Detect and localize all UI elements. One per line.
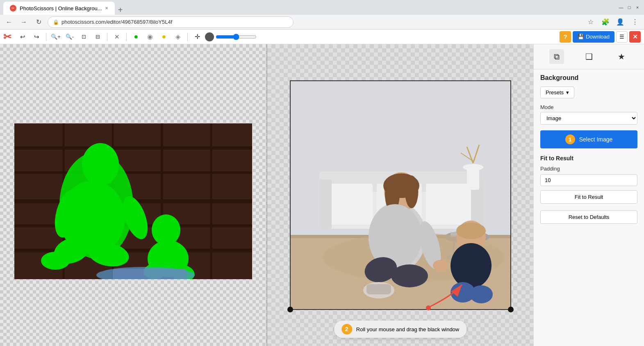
sidebar-tab-layers[interactable]: ❑ [582, 49, 596, 64]
active-tab[interactable]: ✂ PhotoScissors | Online Backgrou... × [3, 2, 115, 15]
tab-bar: ✂ PhotoScissors | Online Backgrou... × + [3, 0, 126, 15]
window-close-button[interactable]: × [634, 4, 641, 11]
sidebar-icon-tabs: ⧉ ❑ ★ [534, 44, 644, 69]
move-button[interactable]: ✛ [191, 31, 203, 43]
lock-icon: 🔒 [53, 19, 59, 25]
browser-icon-row: ☆ 🧩 👤 ⋮ [585, 16, 641, 28]
original-image-container [14, 123, 252, 279]
presets-label: Presets [546, 89, 564, 96]
presets-button[interactable]: Presets [540, 86, 574, 98]
hint-box: 2 Roll your mouse and drag the black win… [334, 321, 467, 338]
help-button[interactable]: ? [560, 31, 571, 43]
minimize-button[interactable]: — [618, 4, 624, 11]
zoom-fit-button[interactable]: ⊡ [77, 31, 90, 43]
tab-favicon: ✂ [10, 5, 16, 11]
svg-rect-29 [328, 184, 373, 225]
refresh-button[interactable]: ↻ [33, 16, 44, 28]
close-app-button[interactable]: ✕ [629, 31, 641, 43]
zoom-in-button[interactable]: 🔍+ [50, 31, 62, 43]
clear-button[interactable]: ✕ [111, 31, 123, 43]
preview-image-container [290, 80, 511, 310]
back-button[interactable]: ← [3, 16, 15, 28]
tab-close-button[interactable]: × [105, 5, 108, 11]
add-green-button[interactable]: ● [130, 31, 142, 43]
fit-to-result-button[interactable]: Fit to Result [540, 190, 637, 204]
tab-title: PhotoScissors | Online Backgrou... [20, 5, 102, 11]
opacity-slider-container [205, 32, 257, 41]
url-text: photoscissors.com/editor/496768597/8iloY… [61, 19, 172, 25]
select-image-button[interactable]: 1 Select Image [540, 130, 637, 148]
svg-point-59 [456, 223, 486, 239]
hint-text: Roll your mouse and drag the black windo… [356, 326, 459, 332]
extension-icon[interactable]: 🧩 [600, 16, 611, 28]
preview-image [291, 81, 510, 309]
svg-rect-31 [426, 184, 471, 225]
padding-label: Padding [540, 166, 637, 172]
main-content: 2 Roll your mouse and drag the black win… [0, 44, 644, 346]
opacity-slider[interactable] [216, 34, 257, 40]
sidebar-tab-star[interactable]: ★ [614, 49, 629, 64]
editor-image-svg [14, 123, 252, 279]
svg-point-50 [405, 175, 418, 208]
address-bar-row: ← → ↻ 🔒 photoscissors.com/editor/4967685… [0, 15, 644, 30]
svg-point-62 [470, 285, 493, 303]
download-button[interactable]: 💾 Download [573, 31, 614, 43]
hint-arrow-svg [421, 278, 470, 311]
svg-point-57 [433, 260, 448, 271]
browser-window: ✂ PhotoScissors | Online Backgrou... × +… [0, 0, 644, 346]
layers-icon: ❑ [585, 52, 593, 61]
drag-handle-bottom-right[interactable] [508, 307, 514, 312]
zoom-out-button[interactable]: 🔍- [64, 31, 76, 43]
mode-select[interactable]: Image Color Transparent Blur [540, 112, 637, 125]
title-bar: ✂ PhotoScissors | Online Backgrou... × +… [0, 0, 644, 15]
menu-button[interactable]: ☰ [616, 31, 628, 43]
right-preview-panel: 2 Roll your mouse and drag the black win… [266, 44, 533, 346]
window-controls: — □ × [618, 4, 641, 11]
circle-tool-button[interactable]: ● [158, 31, 170, 43]
svg-rect-32 [319, 180, 332, 229]
save-icon: 💾 [578, 34, 584, 40]
more-icon[interactable]: ⋮ [629, 16, 641, 28]
top-right-controls: ? 💾 Download ☰ ✕ [560, 31, 641, 43]
new-tab-button[interactable]: + [115, 5, 126, 15]
svg-rect-23 [113, 269, 187, 279]
download-label: Download [586, 34, 610, 40]
eraser2-button[interactable]: ◈ [172, 31, 184, 43]
toolbar: ✂ ↩ ↪ 🔍+ 🔍- ⊡ ⊟ ✕ ● ◉ ● ◈ ✛ ? [0, 30, 644, 44]
undo-button[interactable]: ↩ [16, 31, 29, 43]
separator-1 [46, 33, 46, 41]
preview-svg [291, 81, 510, 309]
svg-point-15 [41, 252, 70, 270]
reset-to-defaults-button[interactable]: Reset to Defaults [540, 210, 637, 224]
separator-2 [107, 33, 107, 41]
svg-rect-34 [467, 167, 479, 190]
redo-button[interactable]: ↪ [30, 31, 43, 43]
star-icon: ★ [618, 52, 625, 61]
sidebar: ⧉ ❑ ★ Background Presets Mode [533, 44, 644, 346]
separator-4 [187, 33, 188, 41]
svg-rect-55 [366, 284, 391, 294]
fit-section-title: Fit to Result [540, 155, 637, 162]
eraser-button[interactable]: ◉ [144, 31, 156, 43]
forward-button[interactable]: → [18, 16, 30, 28]
bookmark-icon[interactable]: ☆ [585, 16, 596, 28]
zoom-reset-button[interactable]: ⊟ [91, 31, 104, 43]
app-logo: ✂ [3, 31, 11, 43]
sidebar-section-title: Background [540, 74, 637, 82]
svg-point-11 [82, 143, 119, 186]
hint-number: 2 [341, 324, 352, 335]
svg-point-64 [426, 305, 431, 310]
mode-field-label: Mode [540, 104, 637, 110]
left-editor-panel [0, 44, 266, 346]
sidebar-content: Background Presets Mode Image Color Tran… [534, 69, 644, 346]
maximize-button[interactable]: □ [626, 4, 633, 11]
profile-icon[interactable]: 👤 [614, 16, 626, 28]
opacity-indicator [205, 32, 214, 41]
app: ✂ ↩ ↪ 🔍+ 🔍- ⊡ ⊟ ✕ ● ◉ ● ◈ ✛ ? [0, 30, 644, 346]
padding-input[interactable] [540, 174, 637, 186]
svg-point-35 [463, 164, 483, 171]
select-image-label: Select Image [579, 136, 613, 143]
drag-handle-bottom-left[interactable] [287, 307, 293, 312]
address-bar[interactable]: 🔒 photoscissors.com/editor/496768597/8il… [48, 16, 294, 28]
sidebar-tab-copy[interactable]: ⧉ [549, 49, 564, 64]
